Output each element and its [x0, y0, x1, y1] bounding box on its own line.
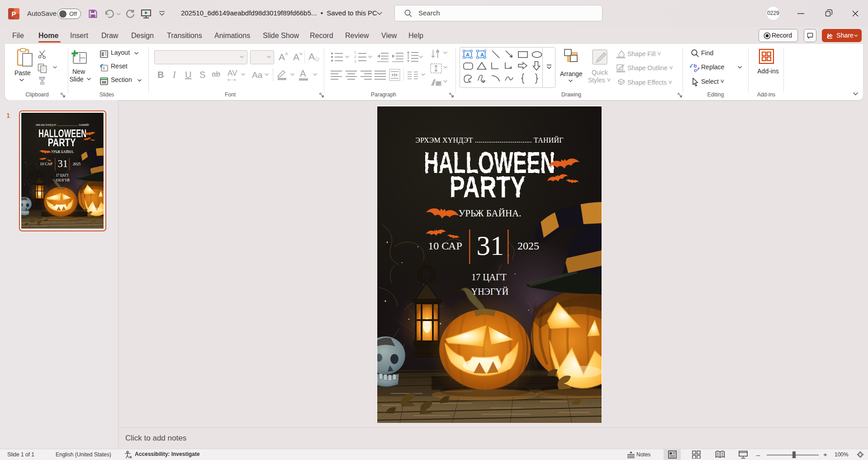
svg-text:A: A: [480, 52, 484, 58]
svg-text:c: c: [694, 67, 697, 72]
svg-text:A: A: [436, 49, 439, 54]
svg-text:A: A: [466, 52, 470, 58]
svg-text:P: P: [11, 10, 16, 18]
